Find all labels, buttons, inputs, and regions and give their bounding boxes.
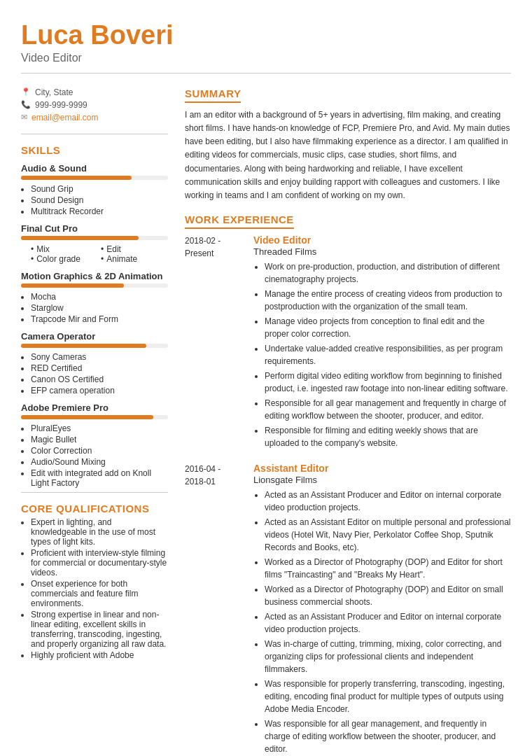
skill-item: Starglow	[31, 303, 168, 313]
phone-text: 999-999-9999	[35, 100, 88, 110]
job-bullet: Was responsible for all gear management,…	[265, 718, 511, 755]
skill-item: Animate	[101, 254, 168, 264]
skill-item: Sound Grip	[31, 184, 168, 194]
skill-item: PluralEyes	[31, 424, 168, 433]
skill-bar-motion-bg	[21, 284, 168, 288]
job-bullet: Acted as an Assistant Editor on multiple…	[265, 516, 511, 554]
core-qual-item: Highly proficient with Adobe	[31, 650, 168, 660]
job-entry-1: 2018-02 - Present Video Editor Threaded …	[185, 234, 511, 451]
skill-list-fcp: Mix Edit Color grade Animate	[21, 244, 168, 264]
skill-item: Color Correction	[31, 446, 168, 456]
job-bullet: Perform digital video editing workflow f…	[265, 370, 511, 395]
skill-item: Trapcode Mir and Form	[31, 314, 168, 324]
skill-bar-premiere-bg	[21, 415, 168, 419]
work-experience-title: WORK EXPERIENCE	[185, 214, 294, 229]
job-bullet: Responsible for filming and editing week…	[265, 424, 511, 449]
contact-phone: 📞 999-999-9999	[21, 100, 168, 110]
skill-bar-premiere-fill	[21, 415, 153, 419]
skill-item: Color grade	[31, 254, 98, 264]
skill-bar-camera-fill	[21, 344, 146, 348]
skill-bar-motion-fill	[21, 284, 124, 288]
job-bullet: Manage the entire process of creating vi…	[265, 288, 511, 313]
job-bullet: Acted as an Assistant Producer and Edito…	[265, 610, 511, 636]
job-dates-2: 2016-04 - 2018-01	[185, 463, 242, 756]
core-qual-item: Proficient with interview-style filming …	[31, 548, 168, 578]
skill-item: Multitrack Recorder	[31, 206, 168, 216]
skill-item: Sony Cameras	[31, 352, 168, 362]
summary-section: SUMMARY I am an editor with a background…	[185, 88, 511, 202]
resume-page: Luca Boveri Video Editor 📍 City, State 📞…	[0, 0, 532, 756]
skill-item: Edit	[101, 244, 168, 254]
skill-group-motion-title: Motion Graphics & 2D Animation	[21, 271, 168, 281]
job-bullet: Work on pre-production, production, and …	[265, 260, 511, 286]
job-company-2: Lionsgate Films	[253, 475, 511, 485]
job-bullets-2: Acted as an Assistant Producer and Edito…	[253, 489, 511, 755]
skill-list-premiere: PluralEyes Magic Bullet Color Correction…	[21, 424, 168, 488]
job-bullets-1: Work on pre-production, production, and …	[253, 260, 511, 449]
skill-group-audio: Audio & Sound Sound Grip Sound Design Mu…	[21, 163, 168, 216]
summary-title: SUMMARY	[185, 88, 241, 103]
job-details-2: Assistant Editor Lionsgate Films Acted a…	[253, 463, 511, 756]
core-qual-item: Strong expertise in linear and non-linea…	[31, 610, 168, 649]
work-experience-section: WORK EXPERIENCE 2018-02 - Present Video …	[185, 214, 511, 756]
skill-item: Magic Bullet	[31, 435, 168, 444]
skill-bar-fcp-bg	[21, 236, 168, 240]
skill-item: Mocha	[31, 292, 168, 302]
contact-divider	[21, 134, 168, 134]
job-entry-2: 2016-04 - 2018-01 Assistant Editor Lions…	[185, 463, 511, 756]
job-date-start-1: 2018-02 -	[185, 236, 220, 246]
skill-group-premiere: Adobe Premiere Pro PluralEyes Magic Bull…	[21, 402, 168, 488]
skills-divider	[21, 492, 168, 493]
right-column: SUMMARY I am an editor with a background…	[185, 88, 511, 756]
skill-item: Canon OS Certified	[31, 374, 168, 384]
skill-bar-audio-fill	[21, 176, 132, 180]
email-icon: ✉	[21, 113, 27, 122]
skill-group-motion: Motion Graphics & 2D Animation Mocha Sta…	[21, 271, 168, 324]
skill-bar-fcp-fill	[21, 236, 139, 240]
skill-list-audio: Sound Grip Sound Design Multitrack Recor…	[21, 184, 168, 216]
skill-group-camera-title: Camera Operator	[21, 331, 168, 342]
location-icon: 📍	[21, 88, 31, 97]
skill-group-premiere-title: Adobe Premiere Pro	[21, 402, 168, 413]
skill-group-camera: Camera Operator Sony Cameras RED Certifi…	[21, 331, 168, 396]
candidate-name: Luca Boveri	[21, 21, 511, 50]
core-qual-section-left: CORE QUALIFICATIONS Expert in lighting, …	[21, 503, 168, 660]
job-dates-1: 2018-02 - Present	[185, 234, 242, 451]
job-date-end-1: Present	[185, 248, 214, 258]
job-title-2: Assistant Editor	[253, 463, 511, 474]
core-qual-item: Expert in lighting, and knowledgeable in…	[31, 517, 168, 547]
left-column: 📍 City, State 📞 999-999-9999 ✉ email@ema…	[21, 88, 168, 756]
skill-item: Sound Design	[31, 195, 168, 205]
core-qual-item: Onset experience for both commercials an…	[31, 579, 168, 608]
skill-item: EFP camera operation	[31, 386, 168, 396]
main-content: 📍 City, State 📞 999-999-9999 ✉ email@ema…	[21, 88, 511, 756]
skill-group-fcp: Final Cut Pro Mix Edit Color grade Anima…	[21, 223, 168, 264]
core-qual-title-left: CORE QUALIFICATIONS	[21, 503, 168, 514]
contact-email: ✉ email@email.com	[21, 113, 168, 122]
job-details-1: Video Editor Threaded Films Work on pre-…	[253, 234, 511, 451]
location-text: City, State	[35, 88, 73, 97]
job-bullet: Worked as a Director of Photography (DOP…	[265, 556, 511, 581]
job-bullet: Was in-charge of cutting, trimming, mixi…	[265, 638, 511, 676]
job-bullet: Was responsible for properly transferrin…	[265, 678, 511, 715]
job-bullet: Responsible for all gear management and …	[265, 397, 511, 422]
candidate-title: Video Editor	[21, 52, 511, 64]
skill-list-motion: Mocha Starglow Trapcode Mir and Form	[21, 292, 168, 324]
job-bullet: Acted as an Assistant Producer and Edito…	[265, 489, 511, 514]
contact-location: 📍 City, State	[21, 88, 168, 97]
skill-item: Mix	[31, 244, 98, 254]
job-title-1: Video Editor	[253, 234, 511, 246]
phone-icon: 📞	[21, 100, 31, 109]
skill-item: RED Certified	[31, 363, 168, 373]
skills-title: SKILLS	[21, 144, 168, 156]
skill-bar-camera-bg	[21, 344, 168, 348]
skills-section: SKILLS Audio & Sound Sound Grip Sound De…	[21, 144, 168, 488]
job-company-1: Threaded Films	[253, 246, 511, 257]
skill-group-fcp-title: Final Cut Pro	[21, 223, 168, 234]
contact-section: 📍 City, State 📞 999-999-9999 ✉ email@ema…	[21, 88, 168, 122]
job-date-start-2: 2016-04 -	[185, 464, 220, 474]
skill-group-audio-title: Audio & Sound	[21, 163, 168, 174]
skill-bar-audio-bg	[21, 176, 168, 180]
email-link[interactable]: email@email.com	[31, 113, 99, 122]
job-bullet: Undertake value-added creative responsib…	[265, 342, 511, 368]
